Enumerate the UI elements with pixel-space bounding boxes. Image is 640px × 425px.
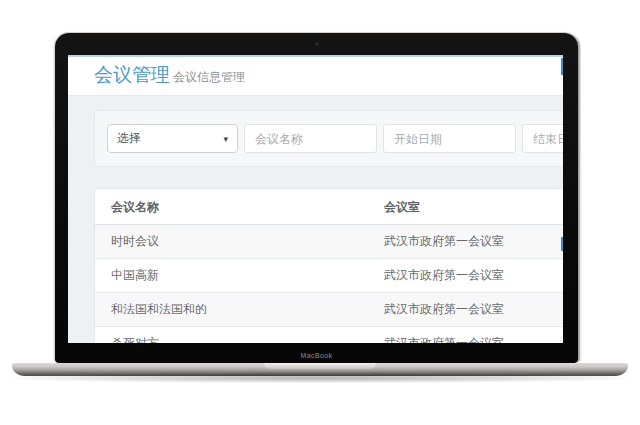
table-header-meeting-name: 会议名称 <box>95 189 368 225</box>
meetings-table: 会议名称 会议室 时时会议 武汉市政府第一会议室 中国高新 武汉市政 <box>95 189 563 343</box>
filter-panel: 选择 ▾ <box>94 110 563 167</box>
cell-meeting-room: 武汉市政府第一会议室 <box>368 327 563 344</box>
cell-meeting-name: 和法国和法国和的 <box>95 293 368 327</box>
cell-meeting-name: 时时会议 <box>95 225 368 259</box>
start-date-input[interactable] <box>383 124 516 153</box>
cell-meeting-name: 中国高新 <box>95 259 368 293</box>
end-date-input[interactable] <box>522 124 563 153</box>
cell-meeting-name: 杀死对方 <box>95 327 368 344</box>
table-row: 时时会议 武汉市政府第一会议室 <box>95 225 563 259</box>
table-row: 中国高新 武汉市政府第一会议室 <box>95 259 563 293</box>
cell-meeting-room: 武汉市政府第一会议室 <box>368 293 563 327</box>
clipped-accent-sliver <box>561 237 563 251</box>
laptop-screen-bezel: 会议管理会议信息管理 选择 ▾ 会议名称 <box>55 33 578 363</box>
cell-meeting-room: 武汉市政府第一会议室 <box>368 259 563 293</box>
meetings-table-panel: 会议名称 会议室 时时会议 武汉市政府第一会议室 中国高新 武汉市政 <box>94 188 563 343</box>
laptop-shadow <box>14 373 626 383</box>
caret-down-icon: ▾ <box>223 134 228 144</box>
page-title: 会议管理 <box>94 64 170 86</box>
page-subtitle: 会议信息管理 <box>173 69 245 86</box>
page: 会议管理会议信息管理 选择 ▾ 会议名称 <box>68 55 563 343</box>
cell-meeting-room: 武汉市政府第一会议室 <box>368 225 563 259</box>
page-header: 会议管理会议信息管理 <box>68 57 563 96</box>
scrollbar-thumb[interactable] <box>561 58 563 75</box>
select-value: 选择 <box>117 130 141 147</box>
table-header-row: 会议名称 会议室 <box>95 189 563 225</box>
meeting-type-select[interactable]: 选择 ▾ <box>107 124 238 153</box>
screen-viewport: 会议管理会议信息管理 选择 ▾ 会议名称 <box>68 55 563 343</box>
table-row: 和法国和法国和的 武汉市政府第一会议室 <box>95 293 563 327</box>
content-wrapper: 选择 ▾ 会议名称 会议室 <box>68 96 563 343</box>
table-row: 杀死对方 武汉市政府第一会议室 <box>95 327 563 344</box>
meeting-name-input[interactable] <box>244 124 377 153</box>
table-header-meeting-room: 会议室 <box>368 189 563 225</box>
base-notch-icon <box>264 363 376 369</box>
macbook-label: MacBook <box>55 351 578 360</box>
webcam-icon <box>315 42 319 46</box>
